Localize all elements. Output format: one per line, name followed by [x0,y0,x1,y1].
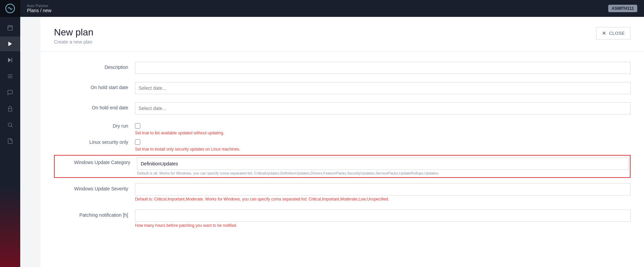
close-label: CLOSE [609,31,625,36]
windows-severity-input[interactable] [135,183,631,195]
svg-point-12 [8,123,12,127]
dry-run-label: Dry run [54,123,128,129]
page-header-left: New plan Create a new plan [54,27,93,45]
description-field [135,62,631,74]
on-hold-start-field [135,82,631,94]
form-container: Description On hold start date On hold e… [40,52,644,246]
windows-category-label: Windows Update Category [56,158,130,165]
windows-category-field: Default is all, Works for Windows, you c… [137,158,628,175]
sidebar-item-chat[interactable] [0,85,20,100]
description-label: Description [54,62,128,70]
dry-run-row: Dry run Set true to list available updat… [54,123,631,135]
on-hold-end-row: On hold end date [54,102,631,114]
svg-marker-6 [8,58,11,62]
dry-run-field: Set true to list available updated witho… [135,123,631,135]
app-name: Auto Patcher [27,4,51,8]
page-header: New plan Create a new plan ✕ CLOSE [40,17,644,52]
patching-notification-label: Patching notification [h] [54,210,128,218]
windows-category-row: Windows Update Category Default is all, … [54,155,631,178]
patching-notification-hint: How many hours before patching you want … [135,223,631,228]
linux-security-field: Set true to install only security update… [135,139,631,152]
windows-category-hint: Default is all, Works for Windows, you c… [137,171,628,175]
linux-security-hint: Set true to install only security update… [135,147,631,152]
on-hold-end-field [135,102,631,114]
description-input[interactable] [135,62,631,74]
topbar: Auto Patcher Plans / new ASMITH111 [20,0,644,17]
on-hold-start-label: On hold start date [54,82,128,90]
page-title: New plan [54,27,93,38]
sidebar-item-list[interactable] [0,69,20,84]
close-x-icon: ✕ [602,30,607,36]
svg-rect-1 [8,26,12,30]
close-button[interactable]: ✕ CLOSE [596,27,631,39]
sidebar-item-play[interactable] [0,36,20,51]
linux-security-row: Linux security only Set true to install … [54,139,631,152]
user-badge: ASMITH111 [608,5,637,12]
sidebar-item-lock[interactable] [0,101,20,116]
dry-run-checkbox[interactable] [135,123,140,129]
windows-category-input[interactable] [137,158,628,170]
windows-severity-field: Default is: Critical,Important,Moderate,… [135,183,631,202]
svg-line-13 [11,126,12,127]
sidebar-nav [0,20,20,149]
breadcrumb: Auto Patcher Plans / new [27,4,51,13]
sidebar [0,0,20,267]
app-logo [0,0,20,17]
patching-notification-row: Patching notification [h] How many hours… [54,210,631,228]
sidebar-item-doc[interactable] [0,134,20,149]
linux-security-checkbox[interactable] [135,139,140,145]
dry-run-hint: Set true to list available updated witho… [135,131,631,135]
patching-notification-field: How many hours before patching you want … [135,210,631,228]
windows-severity-label: Windows Update Severity [54,183,128,191]
on-hold-start-input[interactable] [135,82,631,94]
svg-rect-11 [8,108,12,111]
sidebar-item-skip[interactable] [0,53,20,68]
on-hold-start-row: On hold start date [54,82,631,94]
on-hold-end-label: On hold end date [54,102,128,110]
windows-severity-hint: Default is: Critical,Important,Moderate,… [135,197,631,202]
linux-security-label: Linux security only [54,139,128,145]
svg-rect-7 [12,58,12,62]
description-row: Description [54,62,631,74]
main-content: New plan Create a new plan ✕ CLOSE Descr… [40,17,644,267]
sidebar-item-calendar[interactable] [0,20,20,35]
windows-severity-row: Windows Update Severity Default is: Crit… [54,183,631,202]
page-subtitle: Create a new plan [54,39,93,45]
patching-notification-input[interactable] [135,210,631,222]
breadcrumb-title: Plans / new [27,8,51,13]
sidebar-item-search[interactable] [0,117,20,132]
on-hold-end-input[interactable] [135,102,631,114]
svg-marker-5 [8,42,12,46]
